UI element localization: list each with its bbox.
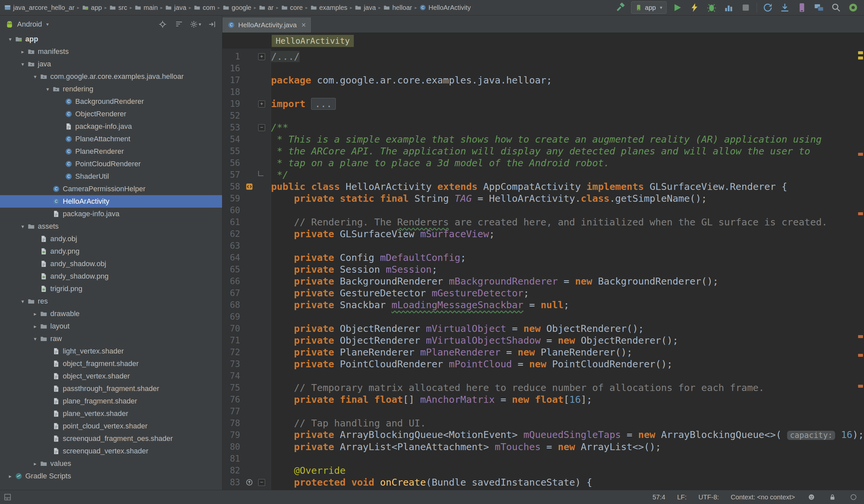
line-number: 74 [223,370,243,382]
apply-changes-button[interactable] [688,1,701,14]
project-view-selector[interactable]: Android ▾ [5,20,49,28]
breadcrumb-item[interactable]: CHelloArActivity [419,3,472,12]
collapsed-arrow-icon[interactable]: ▸ [30,461,40,467]
collapsed-arrow-icon[interactable]: ▸ [30,311,40,317]
breadcrumb-item[interactable]: examples [310,3,349,12]
tree-item[interactable]: ▸layout [0,320,222,333]
tree-item[interactable]: ▾app [0,33,222,45]
breadcrumb-item[interactable]: java_arcore_hello_ar [3,3,75,12]
tree-item[interactable]: package-info.java [0,208,222,220]
tree-item[interactable]: ▾raw [0,333,222,345]
fold-collapse-icon[interactable]: − [258,479,265,486]
tree-item[interactable]: andy.obj [0,232,222,245]
run-button[interactable] [671,1,684,14]
breadcrumb-item[interactable]: google [222,3,252,12]
device-monitor-button[interactable] [813,1,825,14]
tree-item[interactable]: CBackgroundRenderer [0,95,222,108]
tree-item[interactable]: ▸drawable [0,308,222,320]
background-tasks-icon[interactable] [849,492,858,502]
scroll-from-source-button[interactable] [158,20,168,29]
stop-button[interactable] [740,1,752,14]
readonly-lock-icon[interactable] [828,492,837,502]
profiler-button[interactable] [722,1,735,14]
editor-scrollbar[interactable] [857,49,864,490]
build-button[interactable] [614,1,626,14]
breadcrumb-item[interactable]: main [134,3,159,12]
tree-item[interactable]: ▾rendering [0,83,222,95]
toolwindow-toggle-icon[interactable] [4,493,11,501]
tab-helloaractivity-java[interactable]: C HelloArActivity.java × [223,17,311,33]
inspections-status-icon[interactable] [807,492,816,502]
tree-item[interactable]: trigrid.png [0,283,222,295]
tree-item[interactable]: ▸Gradle Scripts [0,470,222,482]
tree-item[interactable]: light_vertex.shader [0,345,222,358]
expanded-arrow-icon[interactable]: ▾ [18,61,27,67]
tree-item[interactable]: andy.png [0,245,222,257]
tree-item[interactable]: ▾assets [0,220,222,232]
run-configuration-selector[interactable]: app▾ [631,1,667,14]
fold-collapse-icon[interactable]: − [258,124,265,131]
tree-item[interactable]: CShaderUtil [0,170,222,183]
tree-item[interactable]: ▾res [0,295,222,308]
tree-item[interactable]: ▸manifests [0,45,222,58]
tree-item[interactable]: andy_shadow.obj [0,257,222,270]
tree-item[interactable]: passthrough_fragment.shader [0,382,222,395]
breadcrumb-item[interactable]: ar [258,3,275,12]
breadcrumb-item[interactable]: java [354,3,377,12]
fold-expand-icon[interactable]: + [258,100,265,107]
breadcrumb-item[interactable]: app [81,3,103,12]
collapsed-arrow-icon[interactable]: ▸ [18,49,27,55]
code-editor[interactable]: 1+/.../1617package com.google.ar.core.ex… [223,49,864,490]
tree-item[interactable]: CPlaneRenderer [0,145,222,158]
status-caret-position[interactable]: 57:4 [652,493,665,501]
tree-item[interactable]: plane_vertex.shader [0,407,222,420]
tree-item[interactable]: screenquad_vertex.shader [0,445,222,457]
debug-button[interactable] [705,1,718,14]
tree-item[interactable]: ▾com.google.ar.core.examples.java.helloa… [0,70,222,83]
status-context[interactable]: Context: <no context> [731,493,795,501]
collapsed-arrow-icon[interactable]: ▸ [30,323,40,329]
line-number: 1 [223,51,243,62]
settings-button[interactable]: ▾ [191,20,200,29]
code-line: 55 * the ARCore API. The application wil… [223,145,864,157]
status-encoding[interactable]: UTF-8: [698,493,719,501]
expanded-arrow-icon[interactable]: ▾ [18,224,27,230]
collapse-all-button[interactable] [174,20,184,29]
expanded-arrow-icon[interactable]: ▾ [30,74,40,80]
assistant-button[interactable] [847,1,860,14]
fold-end-icon[interactable] [258,171,263,176]
status-line-separator[interactable]: LF: [677,493,687,501]
tree-item[interactable]: object_vertex.shader [0,370,222,382]
tree-item[interactable]: CPointCloudRenderer [0,158,222,170]
tree-item[interactable]: ▾java [0,58,222,70]
tree-item[interactable]: CPlaneAttachment [0,133,222,145]
tree-item[interactable]: CHelloArActivity [0,195,222,208]
breadcrumb-item[interactable]: core [280,3,304,12]
attach-debugger-button[interactable] [761,1,774,14]
breadcrumb-item[interactable]: java [164,3,187,12]
hide-panel-button[interactable] [207,20,217,29]
breadcrumb-item[interactable]: com [193,3,216,12]
collapsed-arrow-icon[interactable]: ▸ [5,473,15,479]
fold-expand-icon[interactable]: + [258,53,265,60]
breadcrumb-item[interactable]: src [108,3,128,12]
tree-item[interactable]: screenquad_fragment_oes.shader [0,432,222,445]
tree-item[interactable]: ▸values [0,457,222,470]
expanded-arrow-icon[interactable]: ▾ [43,86,52,92]
tree-item[interactable]: andy_shadow.png [0,270,222,283]
breadcrumb-class-chip[interactable]: HelloArActivity [272,35,354,47]
tree-item[interactable]: package-info.java [0,120,222,133]
tree-item[interactable]: point_cloud_vertex.shader [0,420,222,432]
search-everywhere-button[interactable] [830,1,842,14]
breadcrumb-item[interactable]: helloar [382,3,413,12]
avd-manager-button[interactable] [796,1,808,14]
expanded-arrow-icon[interactable]: ▾ [30,336,40,342]
expanded-arrow-icon[interactable]: ▾ [5,36,15,43]
close-tab-icon[interactable]: × [301,21,306,29]
tree-item[interactable]: object_fragment.shader [0,358,222,370]
tree-item[interactable]: CObjectRenderer [0,108,222,120]
tree-item[interactable]: plane_fragment.shader [0,395,222,407]
sync-project-button[interactable] [779,1,791,14]
expanded-arrow-icon[interactable]: ▾ [18,298,27,304]
tree-item[interactable]: CCameraPermissionHelper [0,183,222,195]
